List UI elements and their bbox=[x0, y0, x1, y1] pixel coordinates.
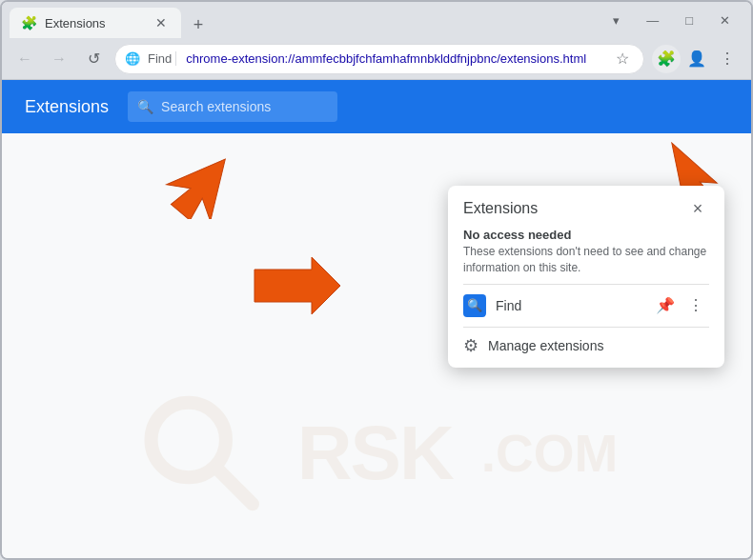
site-info-icon[interactable]: 🌐 bbox=[125, 51, 140, 66]
reload-button[interactable]: ↺ bbox=[80, 46, 107, 72]
manage-extensions-row[interactable]: ⚙ Manage extensions bbox=[448, 328, 724, 368]
back-button[interactable]: ← bbox=[11, 46, 38, 72]
page-content: Extensions 🔍 Search extensions RSK .COM bbox=[2, 80, 751, 558]
extension-item-find: 🔍 Find 📌 ⋮ bbox=[448, 285, 724, 327]
search-input[interactable]: Search extensions bbox=[161, 99, 328, 114]
window-maximize-button[interactable]: □ bbox=[680, 11, 699, 30]
gear-icon: ⚙ bbox=[463, 335, 478, 356]
arrow-right-icon bbox=[245, 252, 350, 319]
browser-window: 🧩 Extensions ✕ + ▾ — □ ✕ ← → ↺ 🌐 Find ch… bbox=[0, 0, 753, 560]
extensions-button[interactable]: 🧩 bbox=[652, 45, 681, 73]
arrow-search-icon bbox=[164, 143, 250, 219]
svg-marker-3 bbox=[164, 143, 247, 219]
window-chevron-button[interactable]: ▾ bbox=[607, 11, 625, 30]
page-main: RSK .COM bbox=[2, 133, 751, 558]
find-ext-name: Find bbox=[496, 298, 642, 313]
profile-button[interactable]: 👤 bbox=[682, 45, 711, 73]
title-bar-actions: ▾ — □ ✕ bbox=[607, 11, 743, 30]
find-ext-actions: 📌 ⋮ bbox=[652, 292, 709, 319]
active-tab[interactable]: 🧩 Extensions ✕ bbox=[10, 8, 181, 38]
more-button[interactable]: ⋮ bbox=[682, 292, 709, 319]
find-label: Find bbox=[148, 51, 176, 66]
popup-header: Extensions × bbox=[448, 186, 724, 224]
extensions-header: Extensions 🔍 Search extensions bbox=[2, 80, 751, 133]
com-watermark-text: .COM bbox=[481, 423, 619, 484]
magnifier-watermark-icon bbox=[135, 387, 269, 520]
svg-marker-4 bbox=[254, 257, 340, 314]
search-icon: 🔍 bbox=[137, 99, 153, 114]
popup-section: No access needed These extensions don't … bbox=[448, 224, 724, 284]
rsk-watermark-text: RSK bbox=[297, 410, 453, 497]
arrow-top-left-overlay bbox=[164, 143, 250, 223]
arrow-middle-overlay bbox=[245, 252, 350, 323]
find-ext-icon: 🔍 bbox=[463, 294, 486, 317]
manage-extensions-label: Manage extensions bbox=[488, 338, 603, 353]
extensions-page-title: Extensions bbox=[25, 97, 109, 117]
window-close-button[interactable]: ✕ bbox=[714, 11, 736, 30]
toolbar: ← → ↺ 🌐 Find chrome-extension://ammfecbb… bbox=[2, 38, 751, 80]
search-box[interactable]: 🔍 Search extensions bbox=[128, 91, 337, 122]
title-bar: 🧩 Extensions ✕ + ▾ — □ ✕ bbox=[2, 2, 751, 38]
more-menu-button[interactable]: ⋮ bbox=[713, 45, 742, 73]
new-tab-button[interactable]: + bbox=[185, 11, 212, 38]
address-bar[interactable]: 🌐 Find chrome-extension://ammfecbbjfchfa… bbox=[114, 44, 644, 74]
popup-title: Extensions bbox=[463, 200, 538, 217]
address-actions: ☆ bbox=[611, 48, 634, 70]
tab-title: Extensions bbox=[45, 16, 145, 30]
tab-bar: 🧩 Extensions ✕ + bbox=[10, 2, 603, 38]
url-display: chrome-extension://ammfecbbjfchfamhafmnb… bbox=[186, 51, 603, 66]
extensions-popup: Extensions × No access needed These exte… bbox=[448, 186, 724, 368]
window-minimize-button[interactable]: — bbox=[641, 11, 664, 30]
bookmark-icon[interactable]: ☆ bbox=[611, 48, 634, 70]
svg-line-1 bbox=[218, 470, 253, 504]
toolbar-right: 🧩 👤 ⋮ bbox=[652, 45, 742, 73]
popup-close-button[interactable]: × bbox=[686, 197, 709, 220]
tab-close-button[interactable]: ✕ bbox=[153, 14, 170, 31]
pin-button[interactable]: 📌 bbox=[652, 292, 679, 319]
watermark: RSK .COM bbox=[135, 387, 619, 520]
tab-puzzle-icon: 🧩 bbox=[21, 15, 37, 30]
no-access-title: No access needed bbox=[463, 228, 709, 242]
no-access-desc: These extensions don't need to see and c… bbox=[463, 244, 709, 276]
forward-button[interactable]: → bbox=[46, 46, 72, 72]
